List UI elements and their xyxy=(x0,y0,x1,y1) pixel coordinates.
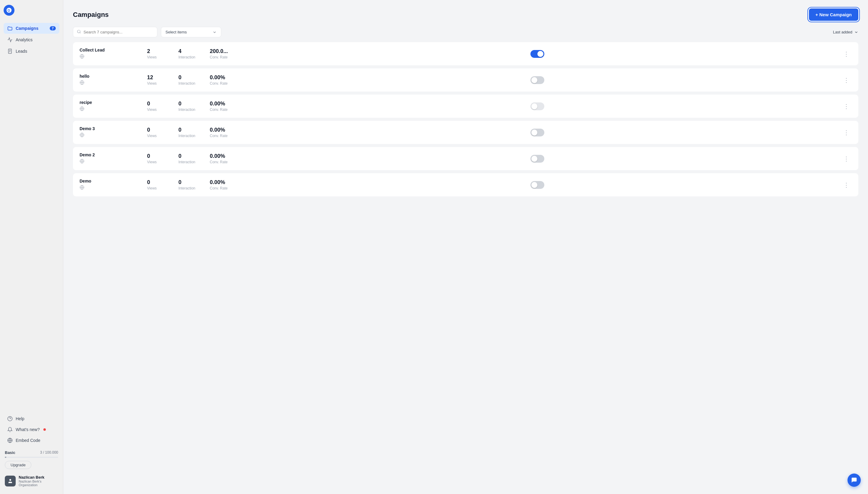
globe-icon xyxy=(79,81,85,86)
campaign-name: Demo 3 xyxy=(79,126,140,131)
views-value: 0 xyxy=(147,101,150,107)
views-value: 12 xyxy=(147,74,153,81)
interaction-value: 0 xyxy=(179,101,181,107)
campaign-more-button[interactable]: ⋮ xyxy=(841,180,852,190)
conv-rate-col: 200.0... Conv. Rate xyxy=(210,48,234,59)
conv-rate-label: Conv. Rate xyxy=(210,108,227,112)
sort-label: Last added xyxy=(833,30,852,34)
whats-new-label: What's new? xyxy=(16,427,40,432)
search-icon xyxy=(77,30,81,35)
views-value: 0 xyxy=(147,127,150,133)
search-box xyxy=(73,27,157,37)
campaign-more-button[interactable]: ⋮ xyxy=(841,128,852,137)
campaign-toggle[interactable] xyxy=(531,181,544,189)
conv-rate-value: 0.00% xyxy=(210,127,225,133)
toggle-thumb xyxy=(531,130,537,136)
toggle-track[interactable] xyxy=(531,102,544,110)
toggle-thumb xyxy=(531,103,537,109)
sidebar-item-help[interactable]: Help xyxy=(4,414,59,424)
svg-line-12 xyxy=(80,33,81,34)
campaign-row: Collect Lead 2 Views 4 Interaction 200. xyxy=(73,42,858,65)
user-name: Nazlican Berk xyxy=(19,475,58,479)
globe-icon xyxy=(79,186,85,191)
user-org: Nazlican Berk's Organization xyxy=(19,479,58,487)
campaign-more-button[interactable]: ⋮ xyxy=(841,154,852,164)
interaction-value: 0 xyxy=(179,127,181,133)
sidebar-item-analytics[interactable]: Analytics xyxy=(4,34,59,45)
sort-chevron-icon xyxy=(854,30,858,34)
chat-bubble[interactable] xyxy=(848,474,861,487)
campaign-row: Demo 2 0 Views 0 Interaction 0.00% xyxy=(73,147,858,170)
campaign-toggle[interactable] xyxy=(531,76,544,84)
interaction-value: 0 xyxy=(179,74,181,81)
sort-button[interactable]: Last added xyxy=(833,30,858,34)
sidebar-item-leads[interactable]: Leads xyxy=(4,46,59,57)
user-section: Nazlican Berk Nazlican Berk's Organizati… xyxy=(4,473,59,489)
conv-rate-value: 0.00% xyxy=(210,179,225,186)
campaign-name: hello xyxy=(79,74,140,79)
campaign-more-button[interactable]: ⋮ xyxy=(841,49,852,59)
conv-rate-col: 0.00% Conv. Rate xyxy=(210,127,234,138)
svg-text:Q: Q xyxy=(7,9,10,12)
conv-rate-value: 200.0... xyxy=(210,48,228,55)
campaign-row: Demo 0 Views 0 Interaction 0.00% xyxy=(73,173,858,196)
conv-rate-label: Conv. Rate xyxy=(210,134,227,138)
select-items-dropdown[interactable]: Select items xyxy=(161,27,221,37)
campaign-toggle[interactable] xyxy=(531,50,544,58)
campaign-row: hello 12 Views 0 Interaction 0.00% xyxy=(73,69,858,92)
embed-icon xyxy=(7,438,13,443)
toggle-track[interactable] xyxy=(531,76,544,84)
toggle-thumb xyxy=(531,182,537,188)
campaign-name: Demo 2 xyxy=(79,152,140,157)
conv-rate-label: Conv. Rate xyxy=(210,160,227,164)
views-col: 12 Views xyxy=(147,74,171,86)
toggle-track[interactable] xyxy=(531,50,544,58)
campaign-more-button[interactable]: ⋮ xyxy=(841,75,852,85)
interaction-col: 0 Interaction xyxy=(179,101,203,112)
leads-icon xyxy=(7,49,13,54)
upgrade-button[interactable]: Upgrade xyxy=(5,461,31,469)
conv-rate-col: 0.00% Conv. Rate xyxy=(210,74,234,86)
new-campaign-button[interactable]: + New Campaign xyxy=(809,8,858,21)
interaction-label: Interaction xyxy=(179,55,195,59)
analytics-icon xyxy=(7,37,13,42)
campaign-name-col: Demo 2 xyxy=(79,152,140,165)
sidebar-nav: Campaigns 7 Analytics Leads xyxy=(4,23,59,57)
interaction-col: 0 Interaction xyxy=(179,74,203,86)
campaign-name: Collect Lead xyxy=(79,48,140,52)
campaign-name-col: recipe xyxy=(79,100,140,112)
views-label: Views xyxy=(147,108,157,112)
conv-rate-label: Conv. Rate xyxy=(210,186,227,190)
conv-rate-col: 0.00% Conv. Rate xyxy=(210,179,234,190)
app-logo[interactable]: Q xyxy=(4,5,15,16)
campaign-row: Demo 3 0 Views 0 Interaction 0.00% xyxy=(73,121,858,144)
conv-rate-col: 0.00% Conv. Rate xyxy=(210,101,234,112)
views-value: 0 xyxy=(147,179,150,186)
campaign-toggle[interactable] xyxy=(531,102,544,110)
globe-icon xyxy=(79,159,85,165)
sidebar-item-whats-new[interactable]: What's new? xyxy=(4,424,59,435)
conv-rate-value: 0.00% xyxy=(210,74,225,81)
campaigns-badge: 7 xyxy=(50,26,56,31)
bell-icon xyxy=(7,427,13,432)
campaign-toggle[interactable] xyxy=(531,155,544,163)
campaign-more-button[interactable]: ⋮ xyxy=(841,101,852,111)
campaign-toggle[interactable] xyxy=(531,129,544,136)
sidebar-item-embed-code[interactable]: Embed Code xyxy=(4,435,59,445)
sidebar-item-campaigns[interactable]: Campaigns 7 xyxy=(4,23,59,34)
toggle-track[interactable] xyxy=(531,155,544,163)
campaigns-list: Collect Lead 2 Views 4 Interaction 200. xyxy=(63,42,868,494)
plan-usage: 3 / 100.000 xyxy=(40,450,58,455)
toggle-track[interactable] xyxy=(531,129,544,136)
campaign-name-col: Collect Lead xyxy=(79,48,140,60)
campaign-name-col: Demo xyxy=(79,178,140,191)
help-icon xyxy=(7,416,13,421)
help-label: Help xyxy=(16,416,24,421)
interaction-col: 0 Interaction xyxy=(179,127,203,138)
toggle-track[interactable] xyxy=(531,181,544,189)
campaign-row: recipe 0 Views 0 Interaction 0.00% xyxy=(73,95,858,118)
conv-rate-value: 0.00% xyxy=(210,153,225,159)
views-label: Views xyxy=(147,134,157,138)
sidebar-item-campaigns-label: Campaigns xyxy=(16,26,38,31)
search-input[interactable] xyxy=(84,30,153,34)
